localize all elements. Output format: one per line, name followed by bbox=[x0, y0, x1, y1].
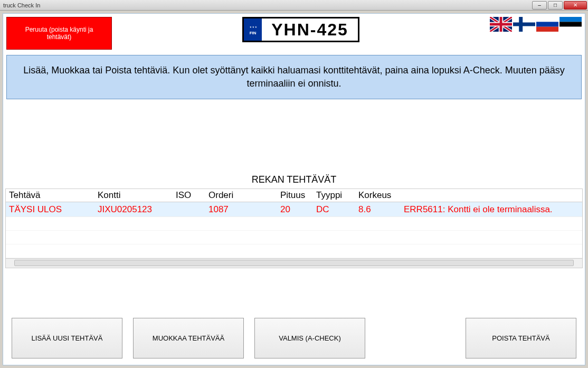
close-button[interactable]: ✕ bbox=[564, 1, 587, 10]
svg-rect-8 bbox=[559, 22, 582, 26]
col-header-tehtava[interactable]: Tehtävä bbox=[6, 189, 94, 202]
cell-error: ERR5611: Kontti ei ole terminaalissa. bbox=[401, 203, 582, 216]
cell-kontti: JIXU0205123 bbox=[94, 203, 173, 216]
cell-korkeus: 8.6 bbox=[355, 203, 401, 216]
tasks-table-section: REKAN TEHTÄVÄT Tehtävä Kontti ISO Orderi… bbox=[5, 171, 583, 268]
window-controls: – □ ✕ bbox=[532, 1, 587, 10]
table-empty-row bbox=[6, 244, 582, 258]
col-header-kontti[interactable]: Kontti bbox=[94, 189, 173, 202]
col-header-pituus[interactable]: Pituus bbox=[277, 189, 313, 202]
window-title: truck Check In bbox=[1, 2, 40, 8]
svg-rect-6 bbox=[536, 27, 558, 32]
table-empty-row bbox=[6, 217, 582, 231]
plate-country-code: FIN bbox=[250, 31, 257, 35]
table-empty-row bbox=[6, 231, 582, 244]
scrollbar-track[interactable] bbox=[14, 260, 574, 266]
flag-russia-icon[interactable] bbox=[536, 17, 558, 32]
language-flags bbox=[490, 17, 582, 32]
grid-header: Tehtävä Kontti ISO Orderi Pituus Tyyppi … bbox=[6, 189, 582, 202]
main-panel: Peruuta (poista käynti ja tehtävät) ⋆⋆⋆ … bbox=[3, 13, 585, 365]
table-title: REKAN TEHTÄVÄT bbox=[5, 171, 583, 188]
col-header-korkeus[interactable]: Korkeus bbox=[355, 189, 401, 202]
license-plate-area: ⋆⋆⋆ FIN YHN-425 bbox=[112, 17, 490, 42]
delete-task-button[interactable]: POISTA TEHTÄVÄ bbox=[466, 318, 576, 358]
cell-iso bbox=[173, 209, 205, 211]
instruction-box: Lisää, Muokkaa tai Poista tehtäviä. Kun … bbox=[6, 55, 582, 99]
svg-rect-7 bbox=[559, 17, 582, 22]
cell-tehtava: TÄYSI ULOS bbox=[6, 203, 94, 216]
flag-uk-icon[interactable] bbox=[490, 17, 512, 32]
svg-rect-3 bbox=[513, 23, 535, 26]
top-section: Peruuta (poista käynti ja tehtävät) ⋆⋆⋆ … bbox=[3, 14, 585, 50]
svg-rect-9 bbox=[559, 27, 582, 32]
table-row[interactable]: TÄYSI ULOS JIXU0205123 1087 20 DC 8.6 ER… bbox=[6, 202, 582, 217]
svg-rect-5 bbox=[536, 22, 558, 26]
edit-task-button[interactable]: MUOKKAA TEHTÄVÄÄ bbox=[133, 318, 244, 358]
bottom-button-bar: LISÄÄ UUSI TEHTÄVÄ MUOKKAA TEHTÄVÄÄ VALM… bbox=[3, 318, 585, 358]
cell-tyyppi: DC bbox=[313, 203, 355, 216]
tasks-grid: Tehtävä Kontti ISO Orderi Pituus Tyyppi … bbox=[5, 188, 583, 268]
flag-finland-icon[interactable] bbox=[513, 17, 535, 32]
license-plate: ⋆⋆⋆ FIN YHN-425 bbox=[242, 17, 359, 42]
cell-pituus: 20 bbox=[277, 203, 313, 216]
horizontal-scrollbar[interactable] bbox=[6, 258, 582, 268]
col-header-orderi[interactable]: Orderi bbox=[205, 189, 277, 202]
window-titlebar: truck Check In – □ ✕ bbox=[0, 0, 588, 11]
add-task-button[interactable]: LISÄÄ UUSI TEHTÄVÄ bbox=[12, 318, 122, 358]
col-header-tyyppi[interactable]: Tyyppi bbox=[313, 189, 355, 202]
button-spacer bbox=[376, 318, 455, 358]
maximize-button[interactable]: □ bbox=[548, 1, 563, 10]
plate-number: YHN-425 bbox=[262, 18, 358, 41]
spacer-area bbox=[3, 102, 585, 171]
col-header-iso[interactable]: ISO bbox=[173, 189, 205, 202]
cancel-button[interactable]: Peruuta (poista käynti ja tehtävät) bbox=[6, 17, 112, 50]
eu-stars-icon: ⋆⋆⋆ bbox=[249, 24, 257, 30]
flag-estonia-icon[interactable] bbox=[559, 17, 582, 32]
minimize-button[interactable]: – bbox=[532, 1, 547, 10]
svg-rect-4 bbox=[536, 17, 558, 22]
cell-orderi: 1087 bbox=[205, 203, 277, 216]
ready-acheck-button[interactable]: VALMIS (A-CHECK) bbox=[254, 318, 365, 358]
plate-country-badge: ⋆⋆⋆ FIN bbox=[244, 18, 262, 41]
col-header-error bbox=[401, 189, 582, 202]
